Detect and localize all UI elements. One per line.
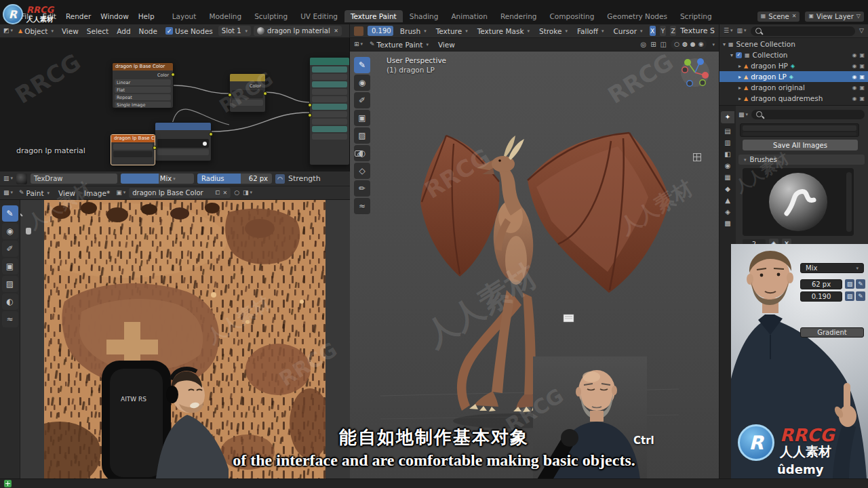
pivot-icon[interactable]: ◎: [640, 41, 646, 48]
shading-solid-icon[interactable]: ◍: [682, 41, 688, 47]
tab-scene-icon[interactable]: ◉: [725, 163, 731, 169]
radius-texture-icon[interactable]: ✎: [856, 279, 865, 289]
material-selector[interactable]: dragon lp material ✕: [254, 26, 342, 36]
brush-name-field[interactable]: TexDraw: [31, 174, 117, 184]
radius-field-props[interactable]: 62 px: [800, 279, 842, 289]
tab-rendering[interactable]: Rendering: [494, 10, 543, 22]
tab-uv-editing[interactable]: UV Editing: [294, 10, 344, 22]
image-name-field[interactable]: dragon lp Base Color ⧠ ✕: [129, 188, 231, 198]
interaction-mode-dropdown[interactable]: ✎ Texture Paint▾: [367, 39, 431, 50]
editor-type-icon[interactable]: ▥▾: [3, 176, 13, 182]
tool-annotate-icon[interactable]: ✏: [354, 180, 370, 197]
shading-mode-pill[interactable]: ○ ◍ ● ◉: [671, 39, 707, 49]
tab-layout[interactable]: Layout: [166, 10, 203, 22]
outliner-row-dragon-quadremesh[interactable]: ▸ ▲ dragon quadremesh ◉ ▣: [719, 93, 868, 104]
node-row-projection[interactable]: Flat: [115, 87, 171, 93]
tab-view-layer-icon[interactable]: ◧: [724, 151, 730, 158]
mirror-z-toggle[interactable]: Z: [670, 26, 676, 36]
camera-visibility-icon[interactable]: ▣: [859, 74, 865, 80]
menu-view-3d[interactable]: View: [435, 38, 458, 52]
strength-texture-icon[interactable]: ✎: [856, 291, 865, 301]
image-new-icon[interactable]: ⧠: [216, 190, 220, 196]
texture-dropdown[interactable]: Texture▾: [433, 26, 471, 37]
shading-rendered-icon[interactable]: ◉: [698, 41, 704, 47]
tool-soften-icon[interactable]: ◉: [2, 223, 18, 239]
stroke-dropdown[interactable]: Stroke▾: [536, 26, 570, 37]
strength-slider[interactable]: 0.190: [368, 26, 393, 36]
tab-object-icon[interactable]: ◆: [725, 186, 730, 192]
outliner-row-dragon-original[interactable]: ▸ ▲ dragon original ◉ ▣: [719, 82, 868, 93]
tool-smear-icon[interactable]: ✐: [2, 241, 18, 257]
eye-icon[interactable]: ◉: [852, 63, 856, 69]
tab-texture-icon[interactable]: ▩: [724, 220, 730, 227]
pressure-toggle-icon[interactable]: ◠: [275, 174, 285, 184]
paint-mode-dropdown[interactable]: ✎ Paint▾: [16, 188, 52, 199]
slot-dropdown[interactable]: Slot 1▾: [218, 26, 251, 36]
save-all-images-button[interactable]: Save All Images: [743, 140, 858, 150]
status-add-icon[interactable]: [4, 480, 12, 487]
radius-slider[interactable]: Radius 62 px: [197, 174, 272, 184]
strength-pressure-icon[interactable]: ▨: [845, 291, 854, 301]
tool-draw-icon[interactable]: ✎: [2, 205, 18, 222]
radius-pressure-icon[interactable]: ▨: [845, 279, 854, 289]
shading-material-icon[interactable]: ●: [690, 41, 696, 47]
cursor-dropdown[interactable]: Cursor▾: [611, 26, 646, 37]
tool-fill-icon[interactable]: ▨: [2, 276, 18, 292]
tool-draw-icon[interactable]: ✎: [354, 57, 370, 73]
tool-smear-icon[interactable]: ✐: [354, 92, 370, 108]
eye-icon[interactable]: ◉: [852, 74, 856, 80]
blend-mode-dropdown[interactable]: Mix▾: [121, 174, 194, 184]
tab-modifiers-icon[interactable]: ▲: [725, 197, 730, 204]
brush-dropdown[interactable]: Brush▾: [397, 26, 429, 37]
shader-mode-dropdown[interactable]: ▲ Object▾: [16, 26, 56, 37]
use-nodes-checkbox[interactable]: ✓ Use Nodes: [163, 26, 216, 37]
node-principled-bsdf[interactable]: [309, 57, 350, 165]
menu-render[interactable]: Render: [61, 9, 96, 23]
tab-render-icon[interactable]: ▤: [724, 128, 730, 135]
node-image-texture[interactable]: dragon lp Base Color Color Linear Flat R…: [112, 62, 174, 108]
outliner-row-collection[interactable]: ▾ ✓ ▦ Collection ◉ ▣: [719, 49, 868, 60]
image-unlink-icon[interactable]: ✕: [222, 190, 227, 196]
node-row-extension[interactable]: Repeat: [115, 94, 171, 100]
navigation-gizmo[interactable]: [679, 57, 711, 88]
texture-mask-dropdown[interactable]: Texture Mask▾: [475, 26, 532, 37]
mirror-y-toggle[interactable]: Y: [660, 26, 666, 36]
tab-world-icon[interactable]: ▦: [724, 174, 730, 181]
camera-visibility-icon[interactable]: ▣: [859, 63, 865, 69]
tool-annotate-icon[interactable]: ≈: [2, 311, 18, 327]
shader-node-editor[interactable]: dragon lp Base Color Color Linear Flat R…: [0, 38, 350, 171]
camera-visibility-icon[interactable]: ▣: [859, 85, 865, 91]
image-zoom-icon[interactable]: [20, 208, 22, 216]
tab-data-icon[interactable]: ◈: [725, 209, 730, 216]
menu-select-node[interactable]: Select: [84, 24, 111, 38]
outliner-row-dragon-lp[interactable]: ▸ ▲ dragon LP ◈ ◉ ▣: [719, 71, 868, 82]
viewport-pan-hand-icon[interactable]: [350, 131, 351, 140]
tab-shading[interactable]: Shading: [403, 10, 445, 22]
tab-compositing[interactable]: Compositing: [544, 10, 601, 22]
texture-slot-listbox[interactable]: [740, 123, 859, 137]
menu-add-node[interactable]: Add: [114, 24, 133, 38]
outliner-search-input[interactable]: [751, 26, 855, 36]
view-layer-selector[interactable]: ▣ View Layer ▽: [805, 12, 864, 22]
viewport-perspective-icon[interactable]: [693, 153, 701, 161]
brush-preview-box[interactable]: [743, 168, 854, 236]
menu-view-node[interactable]: View: [59, 24, 81, 38]
image-slot-icon[interactable]: ◨▾: [243, 190, 252, 196]
scene-selector[interactable]: ▦ Scene ✕: [757, 12, 800, 22]
scene-unlink-icon[interactable]: ✕: [792, 14, 797, 19]
node-row-interpolation[interactable]: Linear: [115, 79, 171, 85]
tab-modeling[interactable]: Modeling: [203, 10, 248, 22]
tab-output-icon[interactable]: ▥: [724, 140, 730, 146]
mirror-x-toggle[interactable]: X: [650, 26, 656, 36]
viewport-camera-icon[interactable]: [354, 150, 363, 157]
tab-geometry-nodes[interactable]: Geometry Nodes: [601, 10, 673, 22]
node-mix-small[interactable]: Color: [229, 73, 266, 113]
eye-icon[interactable]: ◉: [852, 52, 856, 58]
tool-fill-icon[interactable]: ▨: [354, 127, 370, 144]
overlays-icon[interactable]: ◫: [660, 41, 667, 48]
camera-visibility-icon[interactable]: ▣: [859, 52, 865, 58]
tool-soften-icon[interactable]: ◉: [354, 75, 370, 91]
tab-texture-paint[interactable]: Texture Paint: [344, 10, 403, 22]
menu-help[interactable]: Help: [134, 9, 159, 23]
gradient-button[interactable]: Gradient: [800, 327, 864, 338]
